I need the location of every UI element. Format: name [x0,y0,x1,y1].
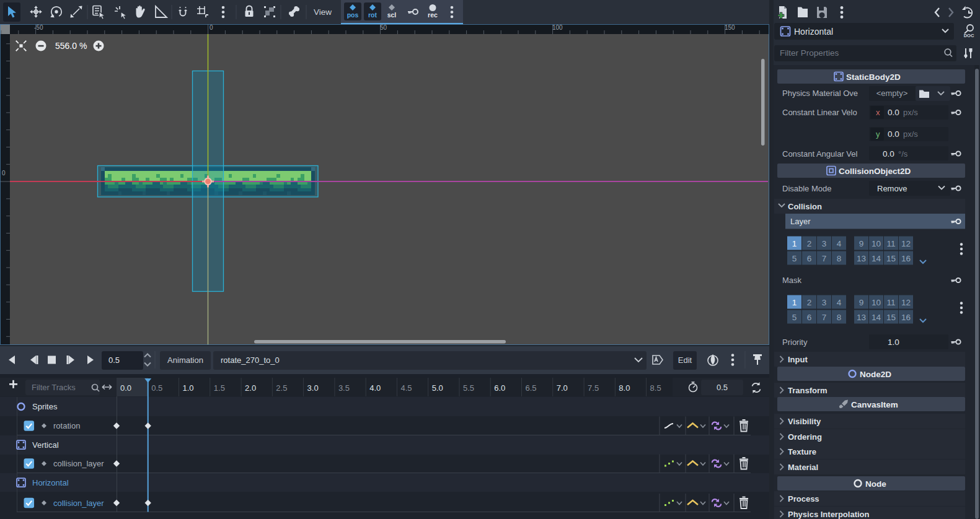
svg-text:Filter Properties: Filter Properties [780,48,839,58]
svg-text:Visibility: Visibility [788,417,821,426]
svg-text:150: 150 [725,24,735,31]
svg-text:3.5: 3.5 [338,383,350,393]
svg-text:7: 7 [822,254,827,263]
svg-text:Node: Node [865,479,886,489]
svg-text:2.0: 2.0 [245,383,256,393]
svg-text:Transform: Transform [788,386,828,395]
svg-text:9: 9 [859,298,864,307]
svg-text:4.5: 4.5 [400,383,412,393]
svg-text:pos: pos [347,11,359,19]
svg-text:5: 5 [792,254,797,263]
svg-text:0: 0 [210,24,213,31]
svg-text:4: 4 [837,239,842,248]
svg-text:15: 15 [886,254,896,263]
svg-text:Physics Interpolation: Physics Interpolation [788,510,870,519]
svg-text:px/s: px/s [903,129,918,139]
svg-text:0.5: 0.5 [151,383,162,393]
svg-text:2: 2 [807,298,812,307]
svg-text:14: 14 [872,313,881,322]
svg-text:Remove: Remove [877,184,907,193]
svg-text:6.0: 6.0 [494,383,505,393]
svg-text:Texture: Texture [788,447,816,456]
svg-text:CollisionObject2D: CollisionObject2D [839,167,911,176]
svg-text:px/s: px/s [903,108,918,117]
svg-text:5: 5 [792,313,797,322]
svg-text:8: 8 [837,254,842,263]
svg-text:Sprites: Sprites [32,402,58,411]
svg-text:°/s: °/s [898,149,908,159]
svg-text:rec: rec [428,11,438,19]
svg-text:8.5: 8.5 [650,383,661,393]
svg-text:12: 12 [901,298,911,307]
svg-text:4.0: 4.0 [369,383,381,393]
svg-text:1.0: 1.0 [183,383,194,393]
svg-text:11: 11 [886,239,895,248]
svg-text:7: 7 [822,313,827,322]
svg-text:7.5: 7.5 [588,383,599,393]
svg-text:12: 12 [901,239,911,248]
svg-text:Horizontal: Horizontal [32,478,69,487]
svg-text:100: 100 [552,24,563,31]
svg-text:14: 14 [872,254,881,263]
svg-text:5.0: 5.0 [432,383,443,393]
svg-text:collision_layer: collision_layer [53,499,104,508]
svg-text:scl: scl [387,11,397,19]
svg-text:10: 10 [872,239,881,248]
svg-text:1: 1 [792,298,797,307]
svg-text:6: 6 [807,313,812,322]
svg-text:3.0: 3.0 [307,383,319,393]
svg-text:y: y [876,129,880,139]
svg-text:Process: Process [788,494,819,504]
svg-text:5.5: 5.5 [463,383,474,393]
svg-text:Priority: Priority [782,338,808,347]
svg-text:13: 13 [857,313,866,322]
svg-text:x: x [876,108,880,117]
svg-text:4: 4 [837,298,842,307]
svg-text:16: 16 [901,254,911,263]
svg-text:8: 8 [837,313,842,322]
svg-text:Ordering: Ordering [788,432,822,442]
svg-text:Horizontal: Horizontal [794,27,833,37]
svg-text:Disable Mode: Disable Mode [782,184,832,193]
svg-text:3: 3 [822,239,827,248]
svg-text:10: 10 [872,298,881,307]
svg-text:Node2D: Node2D [860,370,891,379]
svg-text:CanvasItem: CanvasItem [851,400,898,409]
svg-text:Material: Material [788,463,818,472]
svg-text:Physics Material Ove: Physics Material Ove [782,89,858,98]
svg-text:3: 3 [822,298,827,307]
svg-text:<empty>: <empty> [876,89,908,98]
svg-text:0.0: 0.0 [888,108,899,117]
svg-text:9: 9 [859,239,864,248]
svg-text:Layer: Layer [790,217,811,226]
svg-text:DOC: DOC [964,33,974,38]
svg-text:11: 11 [886,298,895,307]
svg-text:Constant Linear Velo: Constant Linear Velo [782,108,857,117]
svg-text:2: 2 [807,239,812,248]
svg-text:50: 50 [380,24,387,31]
svg-text:Collision: Collision [788,202,822,211]
svg-text:Vertical: Vertical [32,440,59,450]
svg-text:0: 0 [2,170,6,177]
svg-text:StaticBody2D: StaticBody2D [846,72,901,82]
svg-text:16: 16 [901,313,911,322]
svg-text:1: 1 [792,239,797,248]
svg-text:15: 15 [886,313,896,322]
svg-text:0.0: 0.0 [883,149,894,159]
svg-text:0.0: 0.0 [120,383,131,393]
svg-text:Constant Angular Vel: Constant Angular Vel [782,149,858,159]
svg-text:View: View [314,7,332,17]
svg-text:7.0: 7.0 [557,383,568,393]
svg-text:rotation: rotation [53,421,80,430]
svg-text:1.5: 1.5 [214,383,225,393]
svg-text:Input: Input [788,355,808,364]
svg-text:rot: rot [368,11,377,19]
svg-text:0.0: 0.0 [888,129,899,139]
svg-text:6: 6 [807,254,812,263]
svg-text:6.5: 6.5 [526,383,537,393]
svg-text:Mask: Mask [782,276,802,285]
svg-text:1.0: 1.0 [888,338,899,347]
svg-text:-50: -50 [34,24,43,31]
svg-text:2.5: 2.5 [276,383,287,393]
svg-text:8.0: 8.0 [619,383,630,393]
